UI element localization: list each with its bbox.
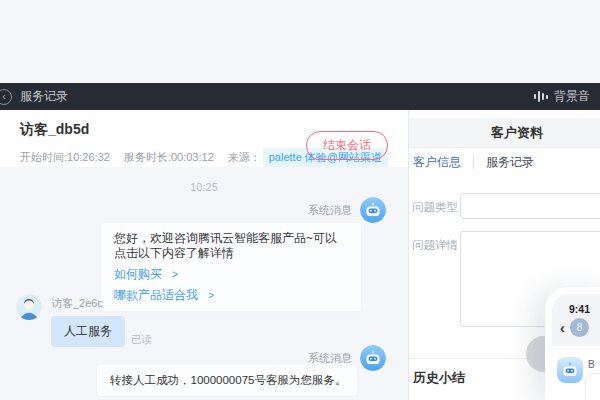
chat-transcript: 10:25 系统消息 您好，欢迎咨询 xyxy=(0,167,408,400)
tab-service-record[interactable]: 服务记录 xyxy=(486,154,534,171)
history-summary-title: 历史小结 xyxy=(413,370,465,385)
end-session-button[interactable]: 结束会话 xyxy=(306,131,388,160)
badge-count: 8 xyxy=(570,318,589,337)
session-duration: 服务时长:00:03:12 xyxy=(124,150,214,165)
system-message-label: 系统消息 xyxy=(308,351,352,366)
phone-clock: 9:41 xyxy=(552,294,600,315)
link-how-to-buy[interactable]: 如何购买 > xyxy=(114,267,348,282)
app-window: ‹ 服务记录 背景音 访客_db5d 开始时间:10:26:32 服务时长:00… xyxy=(0,0,600,400)
session-header: 访客_db5d 开始时间:10:26:32 服务时长:00:03:12 来源： … xyxy=(0,110,408,167)
robot-avatar-icon xyxy=(360,197,386,223)
session-start-time: 开始时间:10:26:32 xyxy=(20,150,110,165)
back-circle-icon[interactable]: ‹ xyxy=(0,89,12,105)
system-message-label: 系统消息 xyxy=(308,203,352,218)
phone-nav-row: ‹ 8 xyxy=(552,318,600,337)
visitor-message: 访客_2e6c 人工服务 已读 xyxy=(16,294,152,347)
system-message-header: 系统消息 xyxy=(308,197,408,223)
issue-type-input[interactable] xyxy=(460,193,600,219)
phone-partial-text: B xyxy=(588,359,595,370)
issue-type-label: 问题类型 xyxy=(412,193,460,219)
time-divider: 10:25 xyxy=(0,181,408,193)
issue-type-row: 问题类型 xyxy=(409,193,600,219)
transfer-message-bubble: 转接人工成功，1000000075号客服为您服务。 xyxy=(97,365,357,396)
session-source-label: 来源： xyxy=(228,150,261,165)
phone-status-area: 9:41 ‹ 8 xyxy=(552,294,600,346)
tab-separator xyxy=(473,156,474,169)
toolbar: ‹ 服务记录 背景音 xyxy=(0,83,600,110)
phone-message-bubble xyxy=(585,373,600,400)
phone-mockup: 9:41 ‹ 8 B xyxy=(545,287,600,400)
customer-panel-tabs: 客户信息 服务记录 xyxy=(409,148,600,177)
toolbar-title: 服务记录 xyxy=(20,88,68,105)
background-audio-label: 背景音 xyxy=(554,88,590,105)
main-area: 访客_db5d 开始时间:10:26:32 服务时长:00:03:12 来源： … xyxy=(0,110,600,400)
customer-panel-header: 客户资料 xyxy=(409,118,600,148)
background-audio-control[interactable]: 背景音 xyxy=(534,88,590,105)
visitor-name-label: 访客_2e6c xyxy=(51,296,152,311)
robot-avatar-icon xyxy=(360,345,386,371)
chat-column: 访客_db5d 开始时间:10:26:32 服务时长:00:03:12 来源： … xyxy=(0,110,408,400)
chevron-right-icon: > xyxy=(172,267,178,282)
chevron-right-icon: > xyxy=(208,288,214,303)
back-chevron-icon: ‹ xyxy=(560,320,565,335)
issue-detail-label: 问题详情 xyxy=(412,231,460,327)
service-record-back[interactable]: ‹ 服务记录 xyxy=(10,88,68,105)
read-status: 已读 xyxy=(131,333,152,347)
visitor-message-bubble: 人工服务 xyxy=(51,316,125,347)
tab-customer-info[interactable]: 客户信息 xyxy=(413,154,461,171)
welcome-message-text: 您好，欢迎咨询腾讯云智能客服产品~可以点击以下内容了解详情 xyxy=(114,231,348,261)
customer-panel-title: 客户资料 xyxy=(491,124,543,142)
visitor-avatar-icon xyxy=(16,294,42,320)
equalizer-icon xyxy=(534,91,548,103)
phone-robot-avatar-icon xyxy=(557,357,583,383)
